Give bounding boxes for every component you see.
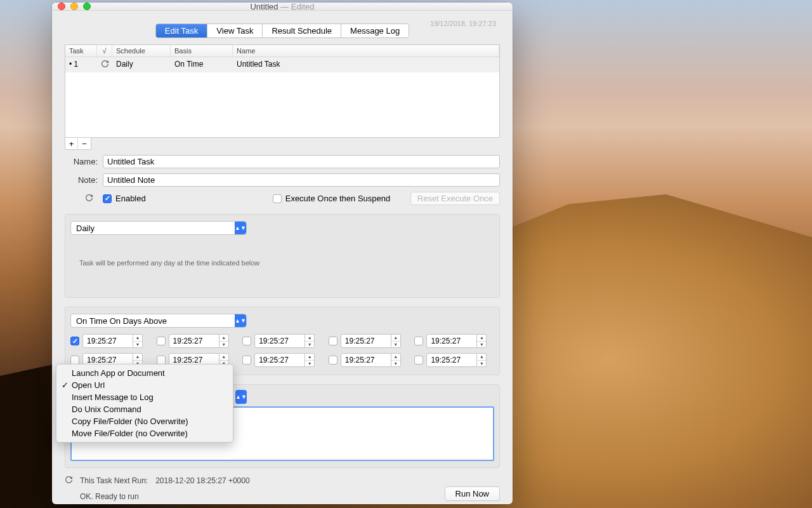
tab-edit-task[interactable]: Edit Task — [156, 24, 208, 37]
time-stepper[interactable]: ▲▼ — [305, 353, 315, 367]
time-stepper[interactable]: ▲▼ — [391, 334, 401, 348]
refresh-icon[interactable] — [65, 476, 75, 486]
time-enable-checkbox[interactable] — [157, 356, 166, 364]
time-enable-checkbox[interactable] — [70, 356, 79, 364]
window-title: Untitled — Edited — [52, 2, 513, 11]
time-stepper[interactable]: ▲▼ — [477, 334, 487, 348]
time-stepper[interactable]: ▲▼ — [391, 353, 401, 367]
col-header-schedule[interactable]: Schedule — [112, 45, 171, 57]
time-input[interactable] — [169, 334, 219, 348]
time-enable-checkbox[interactable] — [242, 337, 251, 345]
time-enable-checkbox[interactable] — [242, 356, 251, 364]
tab-message-log[interactable]: Message Log — [341, 24, 409, 37]
remove-task-button[interactable]: − — [78, 138, 91, 149]
col-header-basis[interactable]: Basis — [171, 45, 233, 57]
cell-name: Untitled Task — [233, 57, 499, 72]
time-cell: ▲▼ — [329, 353, 409, 367]
col-header-check[interactable]: √ — [97, 45, 112, 57]
task-table: Task √ Schedule Basis Name • 1 Daily On … — [65, 44, 500, 138]
titlebar[interactable]: Untitled — Edited — [52, 3, 513, 11]
cell-reload-icon — [97, 57, 112, 72]
time-input[interactable] — [341, 334, 391, 348]
add-remove-controls: + − — [65, 138, 91, 150]
time-enable-checkbox[interactable] — [70, 337, 79, 345]
time-enable-checkbox[interactable] — [329, 337, 337, 345]
time-cell: ▲▼ — [414, 353, 494, 367]
frequency-select[interactable]: Daily ▲▼ — [70, 221, 247, 235]
time-enable-checkbox[interactable] — [329, 356, 337, 364]
time-stepper[interactable]: ▲▼ — [477, 353, 487, 367]
time-enable-checkbox[interactable] — [157, 337, 166, 345]
execute-once-checkbox[interactable] — [273, 194, 282, 203]
time-input[interactable] — [254, 334, 305, 348]
time-input[interactable] — [426, 353, 477, 367]
frequency-description: Task will be performed any day at the ti… — [79, 259, 494, 267]
chevron-updown-icon: ▲▼ — [235, 314, 246, 327]
menu-item-open-url[interactable]: Open Url — [56, 379, 233, 391]
table-row[interactable]: • 1 Daily On Time Untitled Task — [65, 57, 499, 72]
col-header-name[interactable]: Name — [233, 45, 499, 57]
tab-view-task[interactable]: View Task — [207, 24, 263, 37]
menu-item-unix-command[interactable]: Do Unix Command — [56, 403, 233, 415]
time-enable-checkbox[interactable] — [414, 356, 423, 364]
cell-basis: On Time — [171, 57, 233, 72]
time-cell: ▲▼ — [329, 334, 409, 348]
tab-result-schedule[interactable]: Result Schedule — [263, 24, 341, 37]
enabled-label: Enabled — [115, 194, 146, 203]
note-label: Note: — [65, 175, 98, 185]
menu-item-launch-app[interactable]: Launch App or Document — [56, 367, 233, 379]
time-stepper[interactable]: ▲▼ — [133, 334, 143, 348]
status-text: OK. Ready to run — [80, 492, 139, 501]
cell-task: • 1 — [65, 57, 97, 72]
note-input[interactable] — [103, 173, 500, 187]
enabled-checkbox[interactable] — [103, 194, 112, 203]
next-run-value: 2018-12-20 18:25:27 +0000 — [155, 476, 249, 485]
time-cell: ▲▼ — [242, 353, 322, 367]
time-cell: ▲▼ — [242, 334, 322, 348]
chevron-updown-icon: ▲▼ — [235, 222, 246, 234]
next-run-label: This Task Next Run: — [80, 476, 148, 485]
time-enable-checkbox[interactable] — [414, 337, 423, 345]
time-cell: ▲▼ — [157, 334, 237, 348]
time-input[interactable] — [254, 353, 305, 367]
app-window: Untitled — Edited 19/12/2018, 19:27:23 E… — [52, 3, 513, 504]
time-input[interactable] — [82, 334, 133, 348]
time-input[interactable] — [426, 334, 477, 348]
time-cell: ▲▼ — [414, 334, 494, 348]
name-label: Name: — [65, 157, 98, 166]
cell-schedule: Daily — [112, 57, 171, 72]
timestamp-label: 19/12/2018, 19:27:23 — [430, 20, 496, 27]
time-input[interactable] — [341, 353, 391, 367]
main-tabs: Edit Task View Task Result Schedule Mess… — [155, 23, 409, 38]
time-stepper[interactable]: ▲▼ — [305, 334, 315, 348]
run-now-button[interactable]: Run Now — [445, 486, 500, 501]
table-empty-area — [65, 72, 499, 137]
frequency-panel: Daily ▲▼ Task will be performed any day … — [65, 214, 500, 298]
basis-select[interactable]: On Time On Days Above ▲▼ — [70, 314, 247, 328]
add-task-button[interactable]: + — [65, 138, 78, 149]
reset-execute-once-button[interactable]: Reset Execute Once — [410, 192, 500, 205]
execute-once-label: Execute Once then Suspend — [285, 194, 391, 203]
menu-item-move-file[interactable]: Move File/Folder (no Overwrite) — [56, 427, 233, 439]
action-dropdown[interactable]: Launch App or Document Open Url Insert M… — [56, 364, 233, 443]
refresh-icon[interactable] — [85, 194, 95, 204]
menu-item-copy-file[interactable]: Copy File/Folder (No Overwrite) — [56, 415, 233, 427]
chevron-updown-icon: ▲▼ — [235, 390, 247, 404]
name-input[interactable] — [103, 155, 500, 168]
col-header-task[interactable]: Task — [65, 45, 97, 57]
time-cell: ▲▼ — [70, 334, 150, 348]
menu-item-insert-log[interactable]: Insert Message to Log — [56, 391, 233, 403]
time-stepper[interactable]: ▲▼ — [219, 334, 229, 348]
